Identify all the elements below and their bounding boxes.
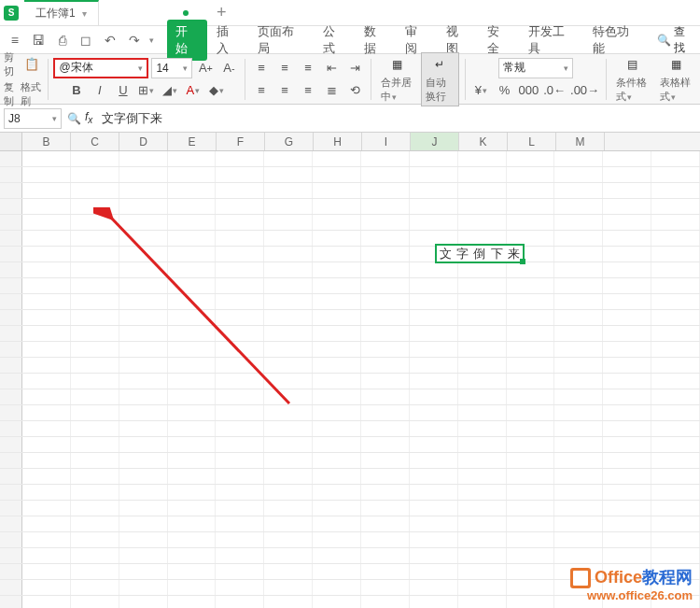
search-label: 查找 (674, 24, 695, 56)
cond-format-label: 条件格式▾ (616, 76, 649, 104)
paste-icon[interactable]: 📋 (21, 54, 42, 75)
col-header[interactable]: E (168, 133, 217, 150)
watermark: Office教程网 www.office26.com (570, 566, 693, 602)
table-style-button[interactable]: ▦ 表格样式▾ (656, 53, 696, 106)
align-bottom-icon[interactable]: ≡ (298, 58, 318, 78)
orientation-icon[interactable]: ⟲ (344, 80, 365, 101)
tab-formula[interactable]: 公式 (315, 20, 355, 61)
fx-area: 🔍 fx 文字倒下来 (67, 110, 168, 127)
col-header[interactable]: M (556, 133, 605, 150)
underline-button[interactable]: U (113, 80, 133, 101)
col-header[interactable]: C (71, 133, 119, 150)
copy-button[interactable]: 复制 (4, 80, 18, 108)
conditional-format-button[interactable]: ▤ 条件格式▾ (612, 53, 652, 106)
zoom-icon[interactable]: 🔍 (67, 112, 81, 125)
col-header[interactable]: F (217, 133, 265, 150)
fill-color-button[interactable]: ◢▾ (160, 80, 180, 101)
italic-button[interactable]: I (90, 80, 110, 101)
cond-format-icon: ▤ (621, 55, 643, 74)
cell-char: 下 (491, 246, 503, 262)
justify-icon[interactable]: ≣ (321, 80, 342, 101)
bold-button[interactable]: B (66, 80, 87, 101)
tab-page-layout[interactable]: 页面布局 (249, 20, 313, 61)
align-right-icon[interactable]: ≡ (298, 80, 318, 101)
separator (465, 59, 466, 100)
col-header[interactable]: H (314, 133, 362, 150)
separator (606, 59, 607, 100)
format-painter-button[interactable]: 格式刷 (21, 80, 42, 108)
font-name-input[interactable]: @宋体 ▾ (53, 58, 148, 78)
menu-icon[interactable]: ≡ (6, 31, 24, 49)
increase-decimal-icon[interactable]: .0← (542, 80, 567, 101)
cell-char: 文 (440, 246, 452, 262)
separator (245, 59, 245, 100)
formula-input[interactable]: 文字倒下来 (96, 110, 168, 127)
number-format-select[interactable]: 常规 ▾ (498, 58, 573, 78)
save-icon[interactable]: 🖫 (30, 31, 49, 49)
fill-handle[interactable] (520, 259, 525, 264)
cell-char: 来 (508, 246, 520, 262)
font-color-button[interactable]: A▾ (183, 80, 203, 101)
decrease-font-icon[interactable]: A- (218, 58, 239, 78)
col-header[interactable]: G (265, 133, 314, 150)
increase-font-icon[interactable]: A+ (195, 58, 216, 78)
decrease-decimal-icon[interactable]: .00→ (569, 80, 600, 101)
cell-reference: J8 (8, 112, 21, 125)
align-center-icon[interactable]: ≡ (274, 80, 295, 101)
fx-icon[interactable]: fx (85, 110, 92, 125)
spreadsheet-grid[interactable]: B C D E F G H I J K L M 文 字 倒 下 来 (0, 133, 700, 600)
cut-button[interactable]: 剪切 (4, 50, 19, 78)
currency-icon[interactable]: ¥▾ (470, 80, 491, 101)
table-style-icon: ▦ (665, 55, 687, 74)
preview-icon[interactable]: ◻ (77, 31, 96, 49)
redo-icon[interactable]: ↷ (125, 31, 144, 49)
align-middle-icon[interactable]: ≡ (274, 58, 295, 78)
cell-char: 字 (456, 246, 469, 262)
merge-icon: ▦ (385, 55, 408, 74)
col-header[interactable]: L (508, 133, 556, 150)
font-size-value: 14 (156, 62, 168, 75)
col-header[interactable]: K (459, 133, 508, 150)
align-left-icon[interactable]: ≡ (251, 80, 272, 101)
number-dropdown-icon[interactable]: ▾ (564, 64, 568, 73)
comma-icon[interactable]: 000 (517, 80, 539, 101)
select-all-corner[interactable] (0, 133, 22, 150)
wrap-text-button[interactable]: ↵ 自动换行 (421, 52, 459, 106)
col-header[interactable]: I (362, 133, 411, 150)
separator (371, 59, 371, 100)
align-group: ≡ ≡ ≡ ⇤ ⇥ ≡ ≡ ≡ ≣ ⟲ (251, 58, 365, 101)
merge-label: 合并居中▾ (381, 76, 413, 104)
tab-developer[interactable]: 开发工具 (520, 20, 583, 61)
tab-start[interactable]: 开始 (167, 20, 207, 61)
qat-dropdown-icon[interactable]: ▾ (149, 35, 154, 45)
wrap-label: 自动换行 (426, 76, 455, 104)
name-box[interactable]: J8 ▾ (4, 108, 62, 129)
border-button[interactable]: ⊞▾ (136, 80, 157, 101)
tab-security[interactable]: 安全 (479, 20, 519, 61)
highlight-button[interactable]: ◆▾ (206, 80, 227, 101)
merge-center-button[interactable]: ▦ 合并居中▾ (377, 53, 417, 106)
col-header-selected[interactable]: J (411, 133, 459, 150)
font-group: @宋体 ▾ 14 ▾ A+ A- B I U ⊞▾ ◢▾ A▾ ◆▾ (53, 58, 239, 101)
workbook-tab[interactable]: 工作簿1 ▾ (24, 0, 99, 25)
col-header[interactable]: B (22, 133, 71, 150)
formula-bar: J8 ▾ 🔍 fx 文字倒下来 (0, 105, 700, 133)
selected-cell[interactable]: 文 字 倒 下 来 (435, 244, 525, 263)
tab-insert[interactable]: 插入 (208, 20, 248, 61)
tab-menu-icon[interactable]: ▾ (82, 8, 87, 19)
number-group: 常规 ▾ ¥▾ % 000 .0← .00→ (470, 58, 600, 101)
indent-right-icon[interactable]: ⇥ (344, 58, 365, 78)
percent-icon[interactable]: % (494, 80, 514, 101)
undo-icon[interactable]: ↶ (101, 31, 119, 49)
size-dropdown-icon[interactable]: ▾ (183, 64, 188, 73)
watermark-url: www.office26.com (570, 588, 693, 602)
print-icon[interactable]: ⎙ (53, 31, 72, 49)
align-top-icon[interactable]: ≡ (251, 58, 272, 78)
name-dropdown-icon[interactable]: ▾ (52, 114, 57, 123)
svg-line-0 (110, 217, 289, 403)
font-dropdown-icon[interactable]: ▾ (138, 64, 143, 73)
col-header[interactable]: D (119, 133, 168, 150)
indent-left-icon[interactable]: ⇤ (321, 58, 342, 78)
separator (48, 59, 49, 100)
font-size-input[interactable]: 14 ▾ (151, 58, 192, 78)
